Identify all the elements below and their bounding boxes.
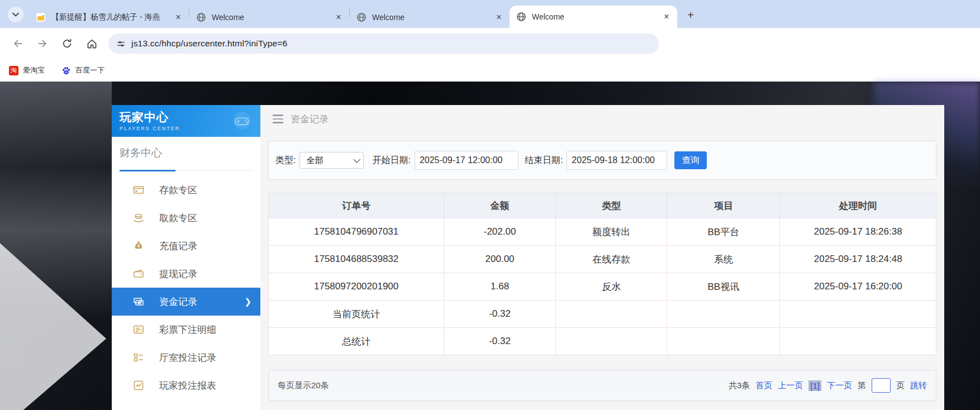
cell-project: 系统 [667,246,780,273]
cell-stats-label: 总统计 [269,328,444,355]
cell-order-id: 1758097200201900 [269,273,444,301]
column-header-type: 类型 [555,193,667,218]
tab-welcome-active[interactable]: Welcome × [510,6,677,28]
cell-empty [667,328,780,355]
page-title: 资金记录 [291,113,329,126]
bookmark-label: 百度一下 [75,65,104,75]
type-select-value: 全部 [306,155,323,166]
sidebar-section: 财务中心 [112,137,260,171]
section-divider [120,170,253,171]
end-date-input[interactable] [567,151,667,170]
current-page-indicator: [1] [808,380,821,391]
start-date-label: 开始日期: [372,155,410,166]
bookmarks-bar: 淘 爱淘宝 du 百度一下 [0,59,980,82]
sidebar-item-funds-records[interactable]: 资金记录 ❯ [112,288,260,316]
tab-strip: 【新提醒】杨雪儿的帖子 - 海燕 × Welcome × Welcome × [0,0,980,28]
bookmark-baidu[interactable]: du 百度一下 [61,65,104,75]
table-row: 1758104688539832 200.00 在线存款 系统 2025-09-… [269,246,936,273]
tab-welcome-1[interactable]: Welcome × [189,7,349,28]
cell-process-time: 2025-09-17 18:26:38 [780,218,936,246]
query-button[interactable]: 查询 [674,151,707,169]
section-title: 财务中心 [120,146,253,160]
tab-title: Welcome [372,13,494,22]
prev-page-link[interactable]: 上一页 [778,380,803,391]
cell-project: BB视讯 [667,273,780,301]
globe-icon [356,12,367,22]
tab-title: 【新提醒】杨雪儿的帖子 - 海燕 [51,12,173,22]
menu-label: 充值记录 [159,240,197,252]
cell-type: 反水 [555,273,667,301]
back-arrow-icon [12,38,23,49]
cell-empty [667,301,780,328]
table-row: 1758104796907031 -202.00 额度转出 BB平台 2025-… [269,218,936,246]
table-row-total-stats: 总统计 -0.32 [269,328,936,355]
jump-page-input[interactable] [872,378,891,393]
table-header-row: 订单号 金额 类型 项目 处理时间 [269,193,936,218]
menu-label: 彩票下注明细 [159,323,216,336]
close-icon[interactable]: × [334,12,344,22]
menu-label: 资金记录 [159,295,197,308]
browser-toolbar: js13.cc/hhcp/usercenter.html?iniType=6 [0,28,980,59]
sidebar-item-recharge-records[interactable]: ¥ 充值记录 [112,232,260,260]
deposit-card-icon [133,184,144,196]
bookmark-aitaobao[interactable]: 淘 爱淘宝 [9,65,45,75]
hamburger-icon[interactable] [273,115,283,123]
column-header-project: 项目 [667,193,780,218]
note-icon [36,12,46,22]
jump-link[interactable]: 跳转 [910,380,927,391]
sidebar-menu: 存款专区 取款专区 ¥ 充值记录 [112,176,260,399]
back-button[interactable] [6,32,30,55]
bookmark-label: 爱淘宝 [23,65,45,75]
new-tab-button[interactable]: + [683,7,698,23]
close-icon[interactable]: × [173,12,183,22]
hall-list-icon [133,352,144,363]
sidebar-item-withdraw-records[interactable]: 提现记录 [112,260,260,288]
cell-amount: 1.68 [444,273,556,301]
tab-title: Welcome [532,12,662,21]
home-button[interactable] [79,32,104,55]
chevron-right-icon: ❯ [244,297,251,307]
taobao-icon: 淘 [9,66,18,75]
menu-label: 存款专区 [159,184,197,197]
start-date-input[interactable] [415,151,518,170]
lottery-list-icon [133,324,144,335]
cell-empty [780,328,936,355]
pagination-controls: 共3条 首页 上一页 [1] 下一页 第 页 跳转 [729,378,927,393]
end-date-label: 结束日期: [525,155,563,166]
cell-order-id: 1758104688539832 [269,246,444,273]
reload-button[interactable] [55,32,79,55]
chevron-down-icon [12,12,19,17]
jump-prefix-text: 第 [858,380,866,391]
globe-icon [516,12,526,22]
sidebar-item-deposit-zone[interactable]: 存款专区 [112,176,260,204]
sidebar-item-hall-bet-records[interactable]: 厅室投注记录 [112,344,260,371]
address-bar[interactable]: js13.cc/hhcp/usercenter.html?iniType=6 [108,34,659,54]
withdraw-hand-icon [133,212,144,223]
close-icon[interactable]: × [662,12,672,22]
first-page-link[interactable]: 首页 [755,380,772,391]
reload-icon [61,38,73,49]
tab-welcome-2[interactable]: Welcome × [350,7,510,28]
pagination-bar: 每页显示20条 共3条 首页 上一页 [1] 下一页 第 页 跳转 [268,370,936,401]
sidebar-item-player-bet-report[interactable]: 玩家投注报表 [112,371,260,399]
cell-empty [780,301,936,328]
next-page-link[interactable]: 下一页 [827,380,852,391]
chevron-down-icon [354,156,361,163]
jump-suffix-text: 页 [896,380,905,391]
close-icon[interactable]: × [494,12,504,22]
tab-search-button[interactable] [8,7,23,22]
sidebar-item-lottery-bet-details[interactable]: 彩票下注明细 [112,316,260,344]
column-header-amount: 金额 [444,193,556,218]
url-text: js13.cc/hhcp/usercenter.html?iniType=6 [131,39,287,49]
table-row: 1758097200201900 1.68 反水 BB视讯 2025-09-17… [269,273,936,301]
forward-button[interactable] [30,32,55,55]
column-header-process-time: 处理时间 [780,193,936,218]
svg-text:du: du [65,71,68,74]
type-select[interactable]: 全部 [299,152,364,169]
browser-window: 【新提醒】杨雪儿的帖子 - 海燕 × Welcome × Welcome × [0,0,980,410]
tab-forum-post[interactable]: 【新提醒】杨雪儿的帖子 - 海燕 × [29,7,189,28]
sidebar-item-withdraw-zone[interactable]: 取款专区 [112,204,260,232]
forward-arrow-icon [37,38,48,49]
cell-amount: -202.00 [444,218,556,246]
cell-amount: 200.00 [444,246,556,273]
